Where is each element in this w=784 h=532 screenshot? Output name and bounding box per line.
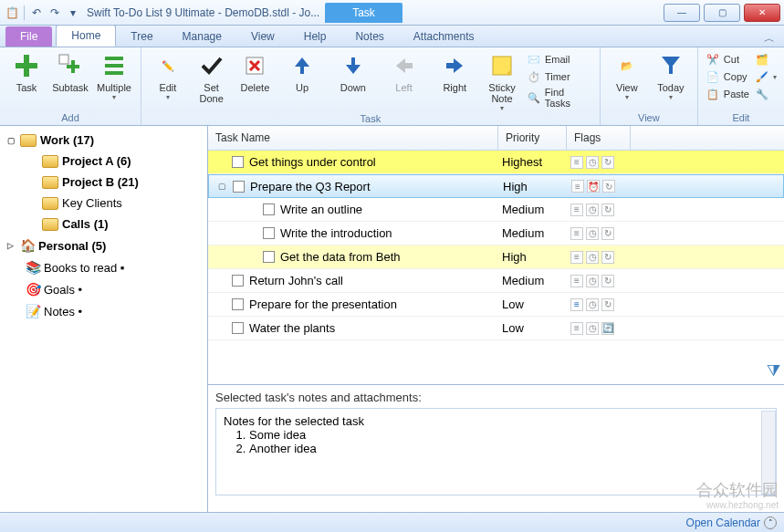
note-flag-icon[interactable]: ≡ [570,227,583,240]
clock-flag-icon[interactable]: ◷ [586,227,599,240]
tab-tree[interactable]: Tree [116,26,167,47]
wrench-button[interactable]: 🔧 [753,86,779,102]
row-expander-icon[interactable]: ▢ [218,182,227,191]
checkbox[interactable] [263,227,275,239]
cut-button[interactable]: ✂️Cut [704,51,751,68]
task-priority: Medium [498,226,567,240]
subtask-button[interactable]: Subtask [49,49,91,93]
left-label: Left [395,82,412,93]
undo-icon[interactable]: ↶ [28,5,45,21]
left-button[interactable]: Left [380,49,429,93]
expand-icon[interactable]: ▢ [7,136,16,145]
clock-flag-icon[interactable]: ◷ [586,275,599,287]
tree-item[interactable]: ▢Work (17) [2,130,205,151]
clock-flag-icon[interactable]: ◷ [586,251,599,264]
col-flags[interactable]: Flags [567,126,631,150]
edit-button[interactable]: ✏️Edit▾ [147,49,189,101]
sticky-note-button[interactable]: Sticky Note▾ [481,49,523,112]
tab-view[interactable]: View [236,26,289,47]
redo-icon[interactable]: ↷ [47,5,63,21]
find-tasks-button[interactable]: 🔍Find Tasks [525,86,594,110]
brush-button[interactable]: 🖌️▾ [753,68,779,85]
multiple-button[interactable]: Multiple▾ [93,49,135,101]
clock-flag-icon[interactable]: ◷ [586,322,599,335]
tab-help[interactable]: Help [289,26,341,47]
email-button[interactable]: ✉️Email [525,51,594,68]
recur-flag-icon[interactable]: ↻ [601,298,614,311]
set-done-button[interactable]: Set Done [191,49,233,104]
tree-item[interactable]: 📚Books to read ▪ [2,256,205,278]
open-calendar-link[interactable]: Open Calendar [686,516,760,529]
checkbox[interactable] [232,298,244,310]
recur-flag-icon[interactable]: ↻ [601,275,614,287]
tree-item[interactable]: Calls (1) [2,214,205,235]
view-button[interactable]: 📂View▾ [606,49,648,101]
checkbox[interactable] [263,203,275,215]
down-button[interactable]: Down [329,49,378,93]
checkbox[interactable] [263,251,275,263]
delete-button[interactable]: Delete [235,49,277,93]
paste-button[interactable]: 📋Paste [704,86,751,102]
task-button[interactable]: Task [5,49,47,93]
task-row[interactable]: ▢Prepare the Q3 ReportHigh≡⏰↻ [208,174,784,198]
note-flag-icon[interactable]: ≡ [570,322,583,335]
notes-editor[interactable]: Notes for the selected task Some ideaAno… [215,408,777,495]
today-button[interactable]: Today▾ [650,49,692,101]
note-flag-icon[interactable]: ≡ [571,180,584,193]
task-row[interactable]: Prepare for the presentationLow≡◷↻ [208,293,784,317]
task-row[interactable]: Write the introductionMedium≡◷↻ [208,222,784,245]
note-flag-icon[interactable]: ≡ [570,156,583,169]
collapse-ribbon-icon[interactable]: ︿ [755,31,784,47]
tab-home[interactable]: Home [56,25,116,47]
checkbox[interactable] [232,322,244,334]
format-button[interactable]: 🗂️ [753,51,779,68]
clock-flag-icon[interactable]: ◷ [586,156,599,169]
checkbox[interactable] [232,156,244,168]
clock-flag-icon[interactable]: ◷ [586,203,599,216]
tree-item[interactable]: ▷🏠Personal (5) [2,235,205,256]
task-row[interactable]: Return John's callMedium≡◷↻ [208,269,784,293]
recur-flag-icon[interactable]: 🔄 [601,322,614,335]
statusbar: Open Calendar ˄ [0,512,784,532]
tree-item[interactable]: 📝Notes • [2,300,205,322]
task-row[interactable]: Water the plantsLow≡◷🔄 [208,317,784,340]
minimize-button[interactable]: — [664,4,700,22]
close-button[interactable]: ✕ [744,4,780,22]
checkbox[interactable] [232,275,244,287]
timer-button[interactable]: ⏱️Timer [525,68,594,85]
tab-attachments[interactable]: Attachments [399,26,489,47]
recur-flag-icon[interactable]: ↻ [601,156,614,169]
col-priority[interactable]: Priority [498,126,567,150]
right-button[interactable]: Right [430,49,479,93]
copy-button[interactable]: 📄Copy [704,68,751,85]
reminder-flag-icon[interactable]: ⏰ [587,180,600,193]
recur-flag-icon[interactable]: ↻ [601,203,614,216]
tree-item[interactable]: 🎯Goals • [2,278,205,300]
tab-notes[interactable]: Notes [340,26,398,47]
tree-item[interactable]: Project B (21) [2,172,205,193]
recur-flag-icon[interactable]: ↻ [601,227,614,240]
note-flag-icon[interactable]: ≡ [570,203,583,216]
tree-item[interactable]: Project A (6) [2,151,205,172]
context-tab-task[interactable]: Task [325,3,402,23]
recur-flag-icon[interactable]: ↻ [601,251,614,264]
clock-flag-icon[interactable]: ◷ [586,298,599,311]
note-flag-icon[interactable]: ≡ [570,275,583,287]
task-row[interactable]: Get things under controlHighest≡◷↻ [208,151,784,174]
tree-item[interactable]: Key Clients [2,193,205,214]
task-row[interactable]: Get the data from BethHigh≡◷↻ [208,245,784,269]
note-flag-icon[interactable]: ≡ [570,251,583,264]
note-flag-icon[interactable]: ≡ [570,298,583,311]
up-button[interactable]: Up [277,49,327,93]
col-task-name[interactable]: Task Name [208,126,498,150]
chevron-up-icon[interactable]: ˄ [764,516,777,529]
checkbox[interactable] [233,181,245,193]
recur-flag-icon[interactable]: ↻ [602,180,615,193]
file-tab[interactable]: File [5,26,52,47]
filter-icon[interactable]: ⧩ [767,361,780,381]
expand-icon[interactable]: ▷ [7,241,16,250]
task-row[interactable]: Write an outlineMedium≡◷↻ [208,198,784,222]
maximize-button[interactable]: ▢ [704,4,740,22]
tab-manage[interactable]: Manage [168,26,236,47]
qat-dropdown-icon[interactable]: ▾ [65,5,81,21]
